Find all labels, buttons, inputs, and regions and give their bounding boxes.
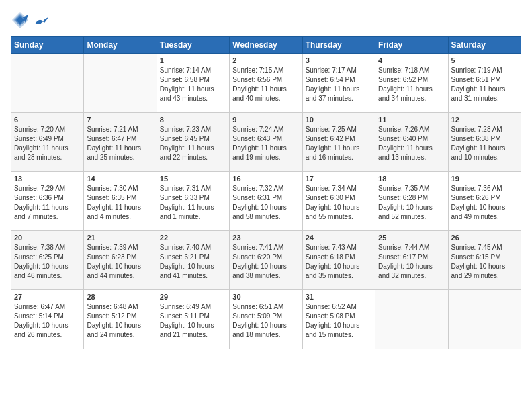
day-info: Sunrise: 6:52 AM Sunset: 5:08 PM Dayligh… (306, 302, 372, 340)
calendar-cell: 1Sunrise: 7:14 AM Sunset: 6:58 PM Daylig… (157, 54, 229, 113)
weekday-header: Wednesday (230, 37, 302, 54)
calendar-cell: 16Sunrise: 7:32 AM Sunset: 6:31 PM Dayli… (230, 172, 302, 231)
calendar-cell: 11Sunrise: 7:26 AM Sunset: 6:40 PM Dayli… (375, 113, 448, 172)
calendar-cell: 25Sunrise: 7:44 AM Sunset: 6:17 PM Dayli… (375, 231, 448, 290)
day-number: 19 (451, 175, 518, 183)
day-info: Sunrise: 7:26 AM Sunset: 6:40 PM Dayligh… (378, 125, 445, 163)
calendar-cell: 7Sunrise: 7:21 AM Sunset: 6:47 PM Daylig… (84, 113, 157, 172)
calendar-cell: 14Sunrise: 7:30 AM Sunset: 6:35 PM Dayli… (84, 172, 157, 231)
day-info: Sunrise: 7:40 AM Sunset: 6:21 PM Dayligh… (160, 243, 226, 281)
day-number: 20 (14, 234, 81, 242)
day-info: Sunrise: 7:19 AM Sunset: 6:51 PM Dayligh… (451, 66, 518, 103)
calendar-table: SundayMondayTuesdayWednesdayThursdayFrid… (11, 36, 521, 349)
day-number: 1 (160, 56, 226, 64)
day-info: Sunrise: 7:36 AM Sunset: 6:26 PM Dayligh… (451, 184, 518, 222)
day-number: 6 (14, 116, 81, 124)
weekday-header: Monday (84, 37, 157, 54)
day-number: 11 (378, 116, 445, 124)
day-info: Sunrise: 7:31 AM Sunset: 6:33 PM Dayligh… (160, 184, 226, 222)
day-number: 5 (451, 56, 518, 64)
calendar-cell: 31Sunrise: 6:52 AM Sunset: 5:08 PM Dayli… (302, 290, 375, 349)
weekday-row: SundayMondayTuesdayWednesdayThursdayFrid… (11, 37, 521, 54)
calendar-cell: 4Sunrise: 7:18 AM Sunset: 6:52 PM Daylig… (375, 54, 448, 113)
day-number: 30 (232, 293, 299, 301)
calendar-cell: 23Sunrise: 7:41 AM Sunset: 6:20 PM Dayli… (230, 231, 302, 290)
calendar-body: 1Sunrise: 7:14 AM Sunset: 6:58 PM Daylig… (11, 54, 521, 349)
day-number: 22 (160, 234, 226, 242)
calendar-header: SundayMondayTuesdayWednesdayThursdayFrid… (11, 37, 521, 54)
day-info: Sunrise: 7:18 AM Sunset: 6:52 PM Dayligh… (378, 66, 445, 103)
day-info: Sunrise: 7:29 AM Sunset: 6:36 PM Dayligh… (14, 184, 81, 222)
calendar-cell (448, 290, 521, 349)
day-info: Sunrise: 7:30 AM Sunset: 6:35 PM Dayligh… (87, 184, 153, 222)
day-info: Sunrise: 7:44 AM Sunset: 6:17 PM Dayligh… (378, 243, 445, 281)
day-number: 21 (87, 234, 153, 242)
logo-bird-icon (34, 15, 48, 30)
calendar-cell: 10Sunrise: 7:25 AM Sunset: 6:42 PM Dayli… (302, 113, 375, 172)
day-number: 4 (378, 56, 445, 64)
calendar-cell: 13Sunrise: 7:29 AM Sunset: 6:36 PM Dayli… (11, 172, 84, 231)
calendar-cell: 19Sunrise: 7:36 AM Sunset: 6:26 PM Dayli… (448, 172, 521, 231)
day-info: Sunrise: 7:39 AM Sunset: 6:23 PM Dayligh… (87, 243, 153, 281)
day-number: 28 (87, 293, 153, 301)
day-info: Sunrise: 7:28 AM Sunset: 6:38 PM Dayligh… (451, 125, 518, 163)
weekday-header: Thursday (302, 37, 375, 54)
day-number: 27 (14, 293, 81, 301)
day-info: Sunrise: 7:32 AM Sunset: 6:31 PM Dayligh… (232, 184, 299, 222)
day-info: Sunrise: 7:17 AM Sunset: 6:54 PM Dayligh… (306, 66, 372, 103)
day-info: Sunrise: 7:41 AM Sunset: 6:20 PM Dayligh… (232, 243, 299, 281)
day-info: Sunrise: 7:43 AM Sunset: 6:18 PM Dayligh… (306, 243, 372, 281)
weekday-header: Sunday (11, 37, 84, 54)
day-number: 8 (160, 116, 226, 124)
day-info: Sunrise: 7:23 AM Sunset: 6:45 PM Dayligh… (160, 125, 226, 163)
day-number: 2 (232, 56, 299, 64)
calendar-cell: 28Sunrise: 6:48 AM Sunset: 5:12 PM Dayli… (84, 290, 157, 349)
day-info: Sunrise: 7:21 AM Sunset: 6:47 PM Dayligh… (87, 125, 153, 163)
day-number: 12 (451, 116, 518, 124)
day-info: Sunrise: 7:20 AM Sunset: 6:49 PM Dayligh… (14, 125, 81, 163)
calendar-cell: 17Sunrise: 7:34 AM Sunset: 6:30 PM Dayli… (302, 172, 375, 231)
calendar-cell: 21Sunrise: 7:39 AM Sunset: 6:23 PM Dayli… (84, 231, 157, 290)
calendar-cell: 12Sunrise: 7:28 AM Sunset: 6:38 PM Dayli… (448, 113, 521, 172)
day-number: 29 (160, 293, 226, 301)
day-number: 14 (87, 175, 153, 183)
page-header (11, 11, 521, 30)
day-number: 31 (306, 293, 372, 301)
day-number: 18 (378, 175, 445, 183)
day-info: Sunrise: 7:24 AM Sunset: 6:43 PM Dayligh… (232, 125, 299, 163)
day-info: Sunrise: 7:25 AM Sunset: 6:42 PM Dayligh… (306, 125, 372, 163)
day-info: Sunrise: 7:14 AM Sunset: 6:58 PM Dayligh… (160, 66, 226, 103)
calendar-week-row: 13Sunrise: 7:29 AM Sunset: 6:36 PM Dayli… (11, 172, 521, 231)
day-number: 13 (14, 175, 81, 183)
calendar-cell: 26Sunrise: 7:45 AM Sunset: 6:15 PM Dayli… (448, 231, 521, 290)
day-info: Sunrise: 7:35 AM Sunset: 6:28 PM Dayligh… (378, 184, 445, 222)
day-info: Sunrise: 7:45 AM Sunset: 6:15 PM Dayligh… (451, 243, 518, 281)
calendar-week-row: 6Sunrise: 7:20 AM Sunset: 6:49 PM Daylig… (11, 113, 521, 172)
day-number: 7 (87, 116, 153, 124)
calendar-cell: 30Sunrise: 6:51 AM Sunset: 5:09 PM Dayli… (230, 290, 302, 349)
calendar-cell (84, 54, 157, 113)
calendar-week-row: 27Sunrise: 6:47 AM Sunset: 5:14 PM Dayli… (11, 290, 521, 349)
day-info: Sunrise: 7:38 AM Sunset: 6:25 PM Dayligh… (14, 243, 81, 281)
day-info: Sunrise: 7:34 AM Sunset: 6:30 PM Dayligh… (306, 184, 372, 222)
calendar-cell: 18Sunrise: 7:35 AM Sunset: 6:28 PM Dayli… (375, 172, 448, 231)
day-number: 24 (306, 234, 372, 242)
weekday-header: Friday (375, 37, 448, 54)
day-number: 16 (232, 175, 299, 183)
day-number: 23 (232, 234, 299, 242)
day-number: 15 (160, 175, 226, 183)
weekday-header: Tuesday (157, 37, 229, 54)
calendar-cell: 6Sunrise: 7:20 AM Sunset: 6:49 PM Daylig… (11, 113, 84, 172)
calendar-cell: 27Sunrise: 6:47 AM Sunset: 5:14 PM Dayli… (11, 290, 84, 349)
calendar-week-row: 1Sunrise: 7:14 AM Sunset: 6:58 PM Daylig… (11, 54, 521, 113)
day-number: 9 (232, 116, 299, 124)
calendar-cell: 15Sunrise: 7:31 AM Sunset: 6:33 PM Dayli… (157, 172, 229, 231)
logo-text (32, 15, 48, 26)
day-info: Sunrise: 6:47 AM Sunset: 5:14 PM Dayligh… (14, 302, 81, 340)
calendar-cell: 20Sunrise: 7:38 AM Sunset: 6:25 PM Dayli… (11, 231, 84, 290)
weekday-header: Saturday (448, 37, 521, 54)
day-number: 25 (378, 234, 445, 242)
calendar-cell (375, 290, 448, 349)
calendar-cell: 3Sunrise: 7:17 AM Sunset: 6:54 PM Daylig… (302, 54, 375, 113)
day-info: Sunrise: 6:49 AM Sunset: 5:11 PM Dayligh… (160, 302, 226, 340)
